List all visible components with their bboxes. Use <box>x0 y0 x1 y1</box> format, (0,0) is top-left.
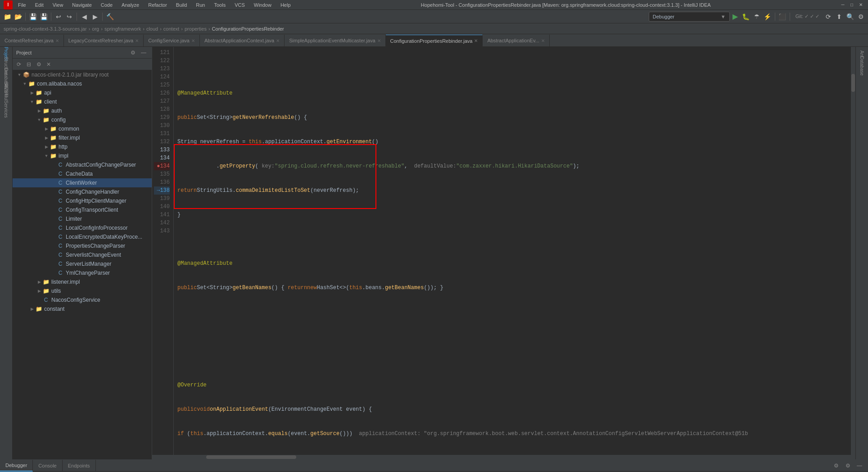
panel-close-btn[interactable]: — <box>854 461 864 471</box>
toolbar-redo-btn[interactable]: ↪ <box>64 11 75 22</box>
menu-view[interactable]: View <box>51 1 65 9</box>
close-tab-3[interactable]: ✕ <box>276 38 280 43</box>
tree-item-local-encrypted[interactable]: C LocalEncryptedDataKeyProce... <box>13 232 152 241</box>
menu-navigate[interactable]: Navigate <box>70 1 93 9</box>
bottom-tab-endpoints[interactable]: Endpoints <box>63 460 96 472</box>
git-update-btn[interactable]: ⟳ <box>823 11 834 22</box>
sidebar-icon-restservices[interactable]: RESTfulServices <box>3 95 9 106</box>
profile-btn[interactable]: ⚡ <box>762 11 773 22</box>
tree-item-nacos-jar[interactable]: ▼ 📦 nacos-client-2.1.0.jar library root <box>13 70 152 79</box>
breadcrumb-jar[interactable]: spring-cloud-context-3.1.3-sources.jar <box>4 26 87 32</box>
menu-file[interactable]: File <box>16 1 28 9</box>
tree-item-auth[interactable]: ▶ 📁 auth <box>13 106 152 115</box>
tree-item-local-config[interactable]: C LocalConfigInfoProcessor <box>13 223 152 232</box>
toolbar-save-all-btn[interactable]: 💾 <box>38 11 49 22</box>
git-push-btn[interactable]: ⬆ <box>834 11 845 22</box>
menu-tools[interactable]: Tools <box>212 1 227 9</box>
project-sync-btn[interactable]: ⟳ <box>14 60 23 69</box>
breadcrumb-class[interactable]: ConfigurationPropertiesRebinder <box>212 26 284 32</box>
tree-item-cache-data[interactable]: C CacheData <box>13 169 152 178</box>
search-btn[interactable]: 🔍 <box>845 11 855 22</box>
close-tab-1[interactable]: ✕ <box>135 38 139 43</box>
settings-btn[interactable]: ⚙ <box>855 11 866 22</box>
menu-code[interactable]: Code <box>99 1 114 9</box>
tree-item-nacos-config-service[interactable]: C NacosConfigService <box>13 295 152 304</box>
breadcrumb-springframework[interactable]: springframework <box>104 26 141 32</box>
close-tab-5[interactable]: ✕ <box>474 38 478 43</box>
panel-settings-btn[interactable]: ⚙ <box>831 461 841 471</box>
toolbar-open-btn[interactable]: 📂 <box>13 11 23 22</box>
tree-item-constant[interactable]: ▶ 📁 constant <box>13 304 152 313</box>
close-button[interactable]: ✕ <box>857 1 864 9</box>
maximize-button[interactable]: □ <box>848 1 855 9</box>
tree-item-common[interactable]: ▶ 📁 common <box>13 124 152 133</box>
close-tab-0[interactable]: ✕ <box>55 38 59 43</box>
tree-item-properties-parser[interactable]: C PropertiesChangeParser <box>13 241 152 250</box>
tree-item-client[interactable]: ▼ 📁 client <box>13 97 152 106</box>
breadcrumb-org[interactable]: org <box>92 26 99 32</box>
run-config-dropdown[interactable]: Debugger ▼ <box>649 12 730 22</box>
breadcrumb-properties[interactable]: properties <box>185 26 207 32</box>
project-settings-btn[interactable]: ⚙ <box>34 60 43 69</box>
minimize-button[interactable]: ─ <box>839 1 846 9</box>
file-tab-1[interactable]: LegacyContextRefresher.java ✕ <box>64 35 144 46</box>
menu-refactor[interactable]: Refactor <box>146 1 169 9</box>
file-tab-5[interactable]: ConfigurationPropertiesRebinder.java ✕ <box>386 35 483 46</box>
tree-item-http[interactable]: ▶ 📁 http <box>13 142 152 151</box>
project-panel-gear-btn[interactable]: ⚙ <box>128 48 137 57</box>
menu-build[interactable]: Build <box>174 1 189 9</box>
stop-btn[interactable]: ⬛ <box>777 11 788 22</box>
file-tab-2[interactable]: ConfigService.java ✕ <box>144 35 200 46</box>
tree-item-config-http[interactable]: C ConfigHttpClientManager <box>13 196 152 205</box>
toolbar-build-btn[interactable]: 🔨 <box>104 11 115 22</box>
close-tab-2[interactable]: ✕ <box>191 38 195 43</box>
code-container[interactable]: 121 122 123 124 125 126 127 128 129 130 … <box>152 47 855 459</box>
toolbar-nav-back-btn[interactable]: ◀ <box>79 11 90 22</box>
horizontal-scrollbar[interactable] <box>152 455 851 459</box>
panel-gear-btn[interactable]: ⚙ <box>843 461 853 471</box>
close-tab-4[interactable]: ✕ <box>377 38 381 43</box>
scrollbar-thumb-h[interactable] <box>206 455 296 459</box>
debug-btn[interactable]: 🐛 <box>741 11 751 22</box>
menu-analyze[interactable]: Analyze <box>120 1 141 9</box>
tree-item-server-list-change[interactable]: C ServerlistChangeEvent <box>13 250 152 259</box>
menu-edit[interactable]: Edit <box>33 1 45 9</box>
bottom-tab-debugger[interactable]: Debugger <box>0 460 33 472</box>
file-tab-6[interactable]: AbstractApplicationEv... ✕ <box>483 35 549 46</box>
toolbar-nav-fwd-btn[interactable]: ▶ <box>90 11 100 22</box>
tree-item-com-alibaba[interactable]: ▼ 📁 com.alibaba.nacos <box>13 79 152 88</box>
tree-item-server-list-manager[interactable]: C ServerListManager <box>13 259 152 268</box>
tree-item-yml-parser[interactable]: C YmlChangeParser <box>13 268 152 277</box>
project-panel-collapse-btn[interactable]: — <box>139 48 148 57</box>
tree-item-limiter[interactable]: C Limiter <box>13 214 152 223</box>
vertical-scrollbar[interactable] <box>851 47 855 459</box>
code-content[interactable]: @ManagedAttribute public Set<String> get… <box>174 47 855 459</box>
file-tab-4[interactable]: SimpleApplicationEventMulticaster.java ✕ <box>285 35 385 46</box>
toolbar-undo-btn[interactable]: ↩ <box>53 11 64 22</box>
tree-item-config[interactable]: ▼ 📁 config <box>13 115 152 124</box>
file-tab-0[interactable]: ContextRefresher.java ✕ <box>0 35 64 46</box>
project-collapse-all-btn[interactable]: ⊟ <box>24 60 33 69</box>
toolbar-project-btn[interactable]: 📁 <box>2 11 13 22</box>
tree-item-api[interactable]: ▶ 📁 api <box>13 88 152 97</box>
menu-help[interactable]: Help <box>279 1 293 9</box>
tree-item-listener-impl[interactable]: ▶ 📁 listener.impl <box>13 277 152 286</box>
menu-window[interactable]: Window <box>252 1 273 9</box>
scrollbar-thumb-v[interactable] <box>851 74 855 92</box>
tree-item-config-change-handler[interactable]: C ConfigChangeHandler <box>13 187 152 196</box>
breadcrumb-cloud[interactable]: cloud <box>146 26 158 32</box>
tree-item-client-worker[interactable]: C ClientWorker <box>13 178 152 187</box>
coverage-btn[interactable]: ☂ <box>751 11 762 22</box>
menu-vcs[interactable]: VCS <box>233 1 247 9</box>
tree-item-config-transport[interactable]: C ConfigTransportClient <box>13 205 152 214</box>
close-tab-6[interactable]: ✕ <box>541 38 545 43</box>
file-tab-3[interactable]: AbstractApplicationContext.java ✕ <box>200 35 285 46</box>
tree-item-abstract-config[interactable]: C AbstractConfigChangeParser <box>13 160 152 169</box>
tree-item-impl[interactable]: ▼ 📁 impl <box>13 151 152 160</box>
breadcrumb-context[interactable]: context <box>163 26 179 32</box>
bottom-tab-console[interactable]: Console <box>33 460 62 472</box>
run-btn[interactable]: ▶ <box>730 11 741 22</box>
right-sidebar-gradle[interactable]: Database <box>859 60 865 71</box>
menu-run[interactable]: Run <box>194 1 207 9</box>
tree-item-filter-impl[interactable]: ▶ 📁 filter.impl <box>13 133 152 142</box>
